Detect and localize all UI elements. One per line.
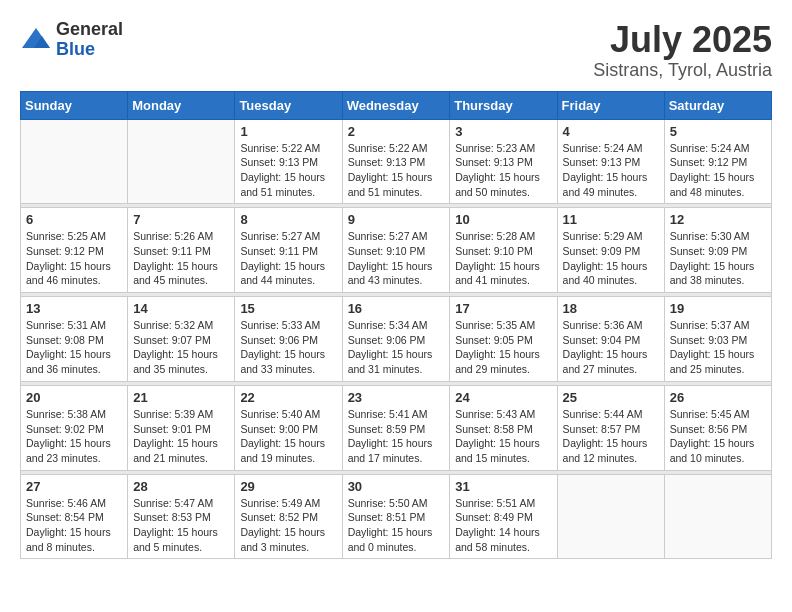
calendar-cell: 10Sunrise: 5:28 AM Sunset: 9:10 PM Dayli… [450, 208, 557, 293]
day-info: Sunrise: 5:27 AM Sunset: 9:11 PM Dayligh… [240, 229, 336, 288]
day-number: 15 [240, 301, 336, 316]
calendar-cell: 28Sunrise: 5:47 AM Sunset: 8:53 PM Dayli… [128, 474, 235, 559]
day-number: 16 [348, 301, 445, 316]
day-number: 19 [670, 301, 766, 316]
day-info: Sunrise: 5:51 AM Sunset: 8:49 PM Dayligh… [455, 496, 551, 555]
logo-icon [20, 26, 52, 54]
day-info: Sunrise: 5:43 AM Sunset: 8:58 PM Dayligh… [455, 407, 551, 466]
day-number: 14 [133, 301, 229, 316]
month-year-title: July 2025 [593, 20, 772, 60]
calendar-cell [664, 474, 771, 559]
day-info: Sunrise: 5:26 AM Sunset: 9:11 PM Dayligh… [133, 229, 229, 288]
calendar-cell: 17Sunrise: 5:35 AM Sunset: 9:05 PM Dayli… [450, 297, 557, 382]
day-number: 3 [455, 124, 551, 139]
day-number: 26 [670, 390, 766, 405]
day-info: Sunrise: 5:40 AM Sunset: 9:00 PM Dayligh… [240, 407, 336, 466]
calendar-header-tuesday: Tuesday [235, 91, 342, 119]
day-info: Sunrise: 5:39 AM Sunset: 9:01 PM Dayligh… [133, 407, 229, 466]
day-info: Sunrise: 5:22 AM Sunset: 9:13 PM Dayligh… [240, 141, 336, 200]
day-info: Sunrise: 5:22 AM Sunset: 9:13 PM Dayligh… [348, 141, 445, 200]
day-info: Sunrise: 5:27 AM Sunset: 9:10 PM Dayligh… [348, 229, 445, 288]
calendar-cell: 4Sunrise: 5:24 AM Sunset: 9:13 PM Daylig… [557, 119, 664, 204]
day-number: 29 [240, 479, 336, 494]
calendar-cell: 9Sunrise: 5:27 AM Sunset: 9:10 PM Daylig… [342, 208, 450, 293]
day-number: 9 [348, 212, 445, 227]
day-info: Sunrise: 5:24 AM Sunset: 9:12 PM Dayligh… [670, 141, 766, 200]
day-info: Sunrise: 5:46 AM Sunset: 8:54 PM Dayligh… [26, 496, 122, 555]
day-number: 22 [240, 390, 336, 405]
calendar-cell [557, 474, 664, 559]
logo-general: General [56, 20, 123, 40]
day-number: 28 [133, 479, 229, 494]
calendar-header-sunday: Sunday [21, 91, 128, 119]
day-number: 25 [563, 390, 659, 405]
calendar-cell: 24Sunrise: 5:43 AM Sunset: 8:58 PM Dayli… [450, 385, 557, 470]
day-number: 4 [563, 124, 659, 139]
calendar-cell: 27Sunrise: 5:46 AM Sunset: 8:54 PM Dayli… [21, 474, 128, 559]
day-info: Sunrise: 5:41 AM Sunset: 8:59 PM Dayligh… [348, 407, 445, 466]
calendar-cell: 6Sunrise: 5:25 AM Sunset: 9:12 PM Daylig… [21, 208, 128, 293]
calendar-cell: 23Sunrise: 5:41 AM Sunset: 8:59 PM Dayli… [342, 385, 450, 470]
day-number: 7 [133, 212, 229, 227]
location-subtitle: Sistrans, Tyrol, Austria [593, 60, 772, 81]
day-number: 21 [133, 390, 229, 405]
day-info: Sunrise: 5:47 AM Sunset: 8:53 PM Dayligh… [133, 496, 229, 555]
page-header: General Blue July 2025 Sistrans, Tyrol, … [20, 20, 772, 81]
calendar-cell: 26Sunrise: 5:45 AM Sunset: 8:56 PM Dayli… [664, 385, 771, 470]
day-number: 18 [563, 301, 659, 316]
calendar-cell: 13Sunrise: 5:31 AM Sunset: 9:08 PM Dayli… [21, 297, 128, 382]
day-info: Sunrise: 5:49 AM Sunset: 8:52 PM Dayligh… [240, 496, 336, 555]
day-number: 13 [26, 301, 122, 316]
day-number: 23 [348, 390, 445, 405]
calendar-week-1: 1Sunrise: 5:22 AM Sunset: 9:13 PM Daylig… [21, 119, 772, 204]
calendar-cell: 29Sunrise: 5:49 AM Sunset: 8:52 PM Dayli… [235, 474, 342, 559]
day-number: 24 [455, 390, 551, 405]
calendar-cell: 31Sunrise: 5:51 AM Sunset: 8:49 PM Dayli… [450, 474, 557, 559]
calendar-cell: 5Sunrise: 5:24 AM Sunset: 9:12 PM Daylig… [664, 119, 771, 204]
calendar-week-2: 6Sunrise: 5:25 AM Sunset: 9:12 PM Daylig… [21, 208, 772, 293]
day-number: 6 [26, 212, 122, 227]
day-info: Sunrise: 5:23 AM Sunset: 9:13 PM Dayligh… [455, 141, 551, 200]
day-number: 31 [455, 479, 551, 494]
day-number: 20 [26, 390, 122, 405]
logo: General Blue [20, 20, 123, 60]
calendar-cell: 11Sunrise: 5:29 AM Sunset: 9:09 PM Dayli… [557, 208, 664, 293]
calendar-header-thursday: Thursday [450, 91, 557, 119]
day-info: Sunrise: 5:33 AM Sunset: 9:06 PM Dayligh… [240, 318, 336, 377]
day-info: Sunrise: 5:30 AM Sunset: 9:09 PM Dayligh… [670, 229, 766, 288]
day-number: 17 [455, 301, 551, 316]
day-info: Sunrise: 5:34 AM Sunset: 9:06 PM Dayligh… [348, 318, 445, 377]
calendar-cell: 21Sunrise: 5:39 AM Sunset: 9:01 PM Dayli… [128, 385, 235, 470]
calendar-cell [128, 119, 235, 204]
calendar-cell: 3Sunrise: 5:23 AM Sunset: 9:13 PM Daylig… [450, 119, 557, 204]
day-info: Sunrise: 5:50 AM Sunset: 8:51 PM Dayligh… [348, 496, 445, 555]
day-number: 2 [348, 124, 445, 139]
calendar-header-wednesday: Wednesday [342, 91, 450, 119]
day-number: 27 [26, 479, 122, 494]
calendar-header-friday: Friday [557, 91, 664, 119]
day-info: Sunrise: 5:28 AM Sunset: 9:10 PM Dayligh… [455, 229, 551, 288]
calendar-cell: 14Sunrise: 5:32 AM Sunset: 9:07 PM Dayli… [128, 297, 235, 382]
day-info: Sunrise: 5:38 AM Sunset: 9:02 PM Dayligh… [26, 407, 122, 466]
title-section: July 2025 Sistrans, Tyrol, Austria [593, 20, 772, 81]
day-info: Sunrise: 5:37 AM Sunset: 9:03 PM Dayligh… [670, 318, 766, 377]
logo-text: General Blue [56, 20, 123, 60]
calendar-cell: 25Sunrise: 5:44 AM Sunset: 8:57 PM Dayli… [557, 385, 664, 470]
day-number: 8 [240, 212, 336, 227]
calendar-cell: 19Sunrise: 5:37 AM Sunset: 9:03 PM Dayli… [664, 297, 771, 382]
calendar-cell: 30Sunrise: 5:50 AM Sunset: 8:51 PM Dayli… [342, 474, 450, 559]
calendar-cell: 8Sunrise: 5:27 AM Sunset: 9:11 PM Daylig… [235, 208, 342, 293]
calendar-cell: 7Sunrise: 5:26 AM Sunset: 9:11 PM Daylig… [128, 208, 235, 293]
day-number: 12 [670, 212, 766, 227]
calendar-cell [21, 119, 128, 204]
calendar-header-row: SundayMondayTuesdayWednesdayThursdayFrid… [21, 91, 772, 119]
day-number: 30 [348, 479, 445, 494]
logo-blue: Blue [56, 40, 123, 60]
calendar-week-5: 27Sunrise: 5:46 AM Sunset: 8:54 PM Dayli… [21, 474, 772, 559]
calendar-cell: 20Sunrise: 5:38 AM Sunset: 9:02 PM Dayli… [21, 385, 128, 470]
day-info: Sunrise: 5:36 AM Sunset: 9:04 PM Dayligh… [563, 318, 659, 377]
day-number: 1 [240, 124, 336, 139]
day-info: Sunrise: 5:32 AM Sunset: 9:07 PM Dayligh… [133, 318, 229, 377]
day-info: Sunrise: 5:31 AM Sunset: 9:08 PM Dayligh… [26, 318, 122, 377]
day-info: Sunrise: 5:25 AM Sunset: 9:12 PM Dayligh… [26, 229, 122, 288]
